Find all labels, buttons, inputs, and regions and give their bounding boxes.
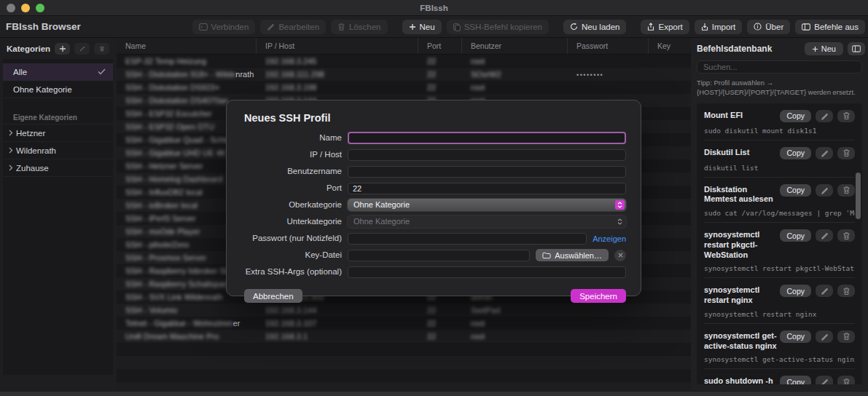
command-card-header: Diskstation Memtest auslesenCopy — [704, 184, 855, 205]
delete-category-button[interactable] — [94, 43, 109, 55]
redacted-ip-text: 192.168.3.1 — [265, 330, 308, 343]
edit-command-button[interactable] — [816, 110, 833, 122]
sidebar-item-ohne-kategorie[interactable]: Ohne Kategorie — [3, 81, 113, 98]
toolbar-button--ber[interactable]: Über — [747, 20, 790, 34]
command-text: synosystemctl get-active-status nginx — [704, 355, 855, 363]
password-field[interactable] — [348, 233, 587, 245]
edit-command-button[interactable] — [816, 147, 833, 159]
cell-key — [649, 186, 691, 199]
edit-command-button[interactable] — [816, 184, 833, 197]
cancel-button[interactable]: Abbrechen — [244, 289, 302, 303]
commands-search-input[interactable] — [697, 60, 862, 74]
add-command-button[interactable]: Neu — [805, 42, 843, 55]
copy-command-button[interactable]: Copy — [780, 110, 811, 122]
edit-command-button[interactable] — [816, 330, 833, 343]
copy-command-button[interactable]: Copy — [780, 330, 811, 343]
host-label: IP / Host — [244, 148, 342, 161]
toolbar-button-label: Neu — [420, 23, 435, 31]
refresh-icon — [570, 23, 578, 31]
delete-command-button[interactable] — [837, 229, 855, 242]
cell-name: ESP-32 Temp Heizung — [117, 55, 257, 68]
table-row[interactable]: ESP-32 Temp Heizung192.168.3.24522root — [117, 55, 691, 68]
toolbar-button-export[interactable]: Export — [641, 20, 689, 34]
name-label: Name — [244, 132, 342, 144]
categories-sidebar: Kategorien AlleOhne KategorieEigene Kate… — [0, 38, 117, 391]
zoom-window-button[interactable] — [36, 4, 44, 12]
copy-command-button[interactable]: Copy — [780, 229, 811, 242]
name-field[interactable] — [348, 132, 626, 144]
delete-command-button[interactable] — [837, 110, 855, 122]
toolbar-button-label: Export — [658, 23, 682, 31]
redacted-name-text: SSH - InfluxDB2 local — [125, 186, 203, 199]
table-row[interactable]: Unifi Dream Maschine Pro192.168.3.122roo… — [117, 330, 691, 343]
delete-command-button[interactable] — [837, 147, 855, 159]
toggle-commands-panel-button[interactable] — [848, 42, 865, 55]
copy-command-button[interactable]: Copy — [780, 147, 811, 159]
delete-command-button[interactable] — [837, 184, 855, 197]
category-label: Ohne Kategorie — [13, 85, 72, 94]
export-icon — [647, 23, 654, 31]
subcategory-select[interactable]: Ohne Kategorie — [348, 215, 626, 228]
delete-command-button[interactable] — [837, 330, 855, 343]
show-password-link[interactable]: Anzeigen — [593, 234, 626, 243]
save-button[interactable]: Speichern — [571, 289, 626, 303]
keyfile-field[interactable] — [348, 250, 530, 261]
sidebar-item-hetzner[interactable]: Hetzner — [3, 124, 113, 142]
column-header-name[interactable]: Name — [117, 38, 257, 54]
cell-key — [649, 68, 691, 81]
column-header-passwort[interactable]: Passwort — [568, 38, 649, 54]
table-row[interactable]: SSH - Volumio192.168.3.14422SwitPad — [117, 304, 691, 317]
cell-port: 22 — [418, 330, 462, 343]
cell-key — [649, 225, 691, 238]
toolbar-button-neu-laden[interactable]: Neu laden — [563, 20, 626, 34]
table-row[interactable]: Telnet - Gigablue - Wohnzimmer192.168.3.… — [117, 317, 691, 330]
toolbar-button-neu[interactable]: Neu — [402, 20, 442, 34]
sidebar-item-wildenrath[interactable]: Wildenrath — [3, 142, 113, 159]
edit-command-button[interactable] — [816, 376, 833, 384]
column-header-benutzer[interactable]: Benutzer — [462, 38, 568, 54]
edit-command-button[interactable] — [816, 285, 833, 297]
username-field[interactable] — [348, 166, 626, 178]
sidebar-item-zuhause[interactable]: Zuhause — [3, 159, 113, 177]
choose-keyfile-button[interactable]: Auswählen… — [536, 249, 609, 261]
command-title: synosystemctl get-active-status nginx — [704, 330, 780, 352]
cell-port: 22 — [418, 304, 462, 317]
command-text: diskutil list — [704, 164, 855, 172]
clear-keyfile-button[interactable] — [614, 250, 626, 261]
redacted-name-text: SSH - Proxmox Server — [125, 251, 206, 264]
port-field[interactable] — [348, 183, 626, 194]
copy-command-button[interactable]: Copy — [780, 184, 811, 197]
toolbar-button-import[interactable]: Import — [695, 20, 743, 34]
column-header-port[interactable]: Port — [418, 38, 462, 54]
toolbar-button-bearbeiten[interactable]: Bearbeiten — [260, 20, 326, 34]
column-header-key[interactable]: Key — [649, 38, 691, 54]
edit-category-button[interactable] — [74, 43, 90, 55]
add-category-button[interactable] — [55, 43, 70, 55]
cell-key — [649, 199, 691, 212]
edit-command-button[interactable] — [816, 229, 833, 242]
table-row[interactable]: SSH - Diskstation 918+ - Wildenrath192.1… — [117, 68, 691, 81]
extra-args-field[interactable] — [348, 266, 626, 278]
toolbar-button-ssh-befehl-kopieren[interactable]: SSH-Befehl kopieren — [447, 20, 549, 34]
command-card: synosystemctl restart pkgctl-WebStationC… — [704, 223, 855, 278]
toolbar-button-verbinden[interactable]: Verbinden — [192, 20, 256, 34]
table-row[interactable]: SSH - Diskstation DS923+192.168.3.19822r… — [117, 81, 691, 94]
delete-command-button[interactable] — [837, 285, 855, 297]
copy-command-button[interactable]: Copy — [780, 376, 811, 384]
toolbar-button-befehle-aus[interactable]: Befehle aus — [795, 20, 865, 34]
sidebar-item-alle[interactable]: Alle — [3, 63, 113, 81]
copy-command-button[interactable]: Copy — [780, 285, 811, 297]
redacted-name-text: SSH - moOde Player — [125, 225, 200, 238]
redacted-name-text: SSH - Diskstation DS923+ — [125, 81, 219, 94]
category-label: Alle — [13, 68, 27, 76]
delete-command-button[interactable] — [837, 376, 855, 384]
toolbar-button-l-schen[interactable]: Löschen — [331, 20, 387, 34]
minimize-window-button[interactable] — [21, 4, 30, 12]
category-select[interactable]: Ohne Kategorie — [348, 199, 626, 211]
cell-key — [649, 304, 691, 317]
column-header-ip-host[interactable]: IP / Host — [257, 38, 418, 54]
redacted-name-text: SSH - ioBroker local — [125, 199, 198, 212]
close-window-button[interactable] — [7, 4, 15, 12]
commands-scrollbar[interactable] — [856, 173, 861, 219]
host-field[interactable] — [348, 149, 626, 161]
